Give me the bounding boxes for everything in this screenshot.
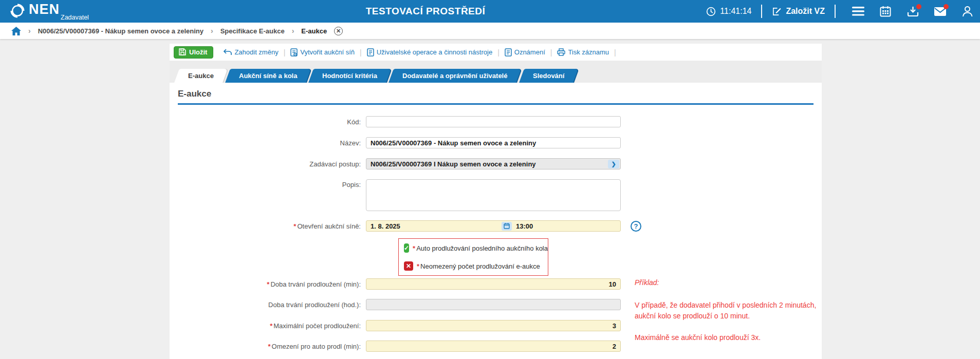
example-note-heading: Příklad: [635, 277, 820, 288]
neomezeny-pocet-label: *Neomezený počet prodlužování e-aukce [417, 262, 540, 270]
auction-open-time[interactable]: 13:00 [516, 222, 533, 230]
print-record-button[interactable]: Tisk záznamu [557, 48, 609, 56]
breadcrumb-item-current: E-aukce [301, 27, 327, 35]
nazev-input[interactable] [366, 137, 621, 148]
doba-min-input[interactable] [366, 278, 621, 290]
breadcrumb-separator: › [28, 27, 31, 35]
header-divider [835, 5, 836, 18]
date-picker-button[interactable] [502, 222, 512, 231]
breadcrumb-separator: › [292, 27, 294, 35]
popis-textarea[interactable] [366, 179, 621, 211]
form-row-otevreni: *Otevření aukční síně: 1. 8. 2025 13:00 … [170, 220, 632, 232]
zadavaci-postup-field: N006/25/V00007369 I Nákup semen ovoce a … [366, 158, 621, 169]
create-vz-label: Založit VZ [786, 7, 825, 16]
user-operations-button[interactable]: Uživatelské operace a činnosti nástroje [367, 48, 492, 56]
calendar-icon [880, 6, 891, 17]
close-record-icon[interactable]: ✕ [334, 27, 343, 35]
undo-icon [224, 49, 232, 55]
tab-sledovani[interactable]: Sledování [519, 69, 578, 83]
popis-label: Popis: [170, 179, 366, 188]
form-row-max-pocet: *Maximální počet prodloužení: [170, 320, 632, 331]
checkbox-unchecked-icon[interactable]: ✕ [404, 261, 413, 271]
form-row-nazev: Název: [170, 137, 632, 148]
form-row-popis: Popis: [170, 179, 632, 213]
checkbox-checked-icon[interactable]: ✓ [404, 243, 409, 253]
calendar-button[interactable] [878, 4, 893, 19]
tab-aukcni-sine-a-kola[interactable]: Aukční síně a kola [225, 69, 311, 83]
messages-button[interactable] [932, 4, 948, 19]
help-icon[interactable]: ? [631, 221, 641, 232]
edit-icon [772, 7, 782, 16]
kod-input[interactable] [366, 116, 621, 127]
zadavaci-postup-value: N006/25/V00007369 I Nákup semen ovoce a … [371, 160, 608, 168]
user-icon [962, 6, 973, 17]
chevron-right-icon: ❯ [611, 161, 616, 167]
downloads-badge [916, 4, 921, 9]
save-icon [179, 48, 186, 55]
downloads-button[interactable] [905, 4, 920, 19]
hamburger-icon [852, 7, 864, 16]
auction-open-date[interactable]: 1. 8. 2025 [371, 222, 502, 230]
auction-open-field: 1. 8. 2025 13:00 [366, 220, 621, 232]
record-toolbar: Uložit Zahodit změny | Vytvořit aukční s… [170, 44, 822, 61]
zadavaci-postup-label: Zadávací postup: [170, 160, 366, 168]
create-auction-hall-button[interactable]: Vytvořit aukční síň [290, 48, 355, 56]
form-row-zadavaci-postup: Zadávací postup: N006/25/V00007369 I Nák… [170, 158, 632, 169]
auto-prodluzovani-label: *Auto prodlužování posledního aukčního k… [413, 244, 548, 252]
notifications-button[interactable]: Oznámení [505, 48, 545, 56]
server-time: 11:41:14 [706, 7, 751, 16]
example-note-line1: V případě, že dodavatel přihodí v posled… [635, 300, 820, 321]
example-note-line2: Maximálně se aukční kolo prodlouží 3x. [635, 332, 820, 343]
breadcrumb-item-specification[interactable]: Specifikace E-aukce [220, 27, 285, 35]
max-pocet-label: *Maximální počet prodloužení: [170, 322, 366, 330]
breadcrumb-separator: › [211, 27, 213, 35]
environment-title: TESTOVACÍ PROSTŘEDÍ [366, 0, 486, 23]
brand-name: NEN [29, 2, 60, 17]
tab-e-aukce[interactable]: E-aukce [174, 69, 228, 83]
section-title: E-aukce [178, 89, 211, 99]
save-button[interactable]: Uložit [174, 46, 213, 59]
otevreni-label: *Otevření aukční síně: [170, 222, 366, 230]
home-icon[interactable] [11, 27, 21, 35]
doba-min-label: *Doba trvání prodloužení (min): [170, 280, 366, 288]
max-pocet-input[interactable] [366, 320, 621, 331]
form-row-doba-hod: Doba trvání prodloužení (hod.): [170, 299, 632, 310]
document-icon [505, 48, 512, 56]
omezeni-input[interactable] [366, 341, 621, 352]
nazev-label: Název: [170, 139, 366, 147]
discard-changes-button[interactable]: Zahodit změny [224, 48, 278, 56]
auto-extension-group: ✓ *Auto prodlužování posledního aukčního… [398, 238, 548, 276]
menu-button[interactable] [850, 4, 866, 19]
server-time-value: 11:41:14 [720, 7, 751, 16]
record-panel: Uložit Zahodit změny | Vytvořit aukční s… [170, 44, 822, 359]
clock-icon [706, 7, 716, 16]
checkbox-row-auto-prodluzovani: ✓ *Auto prodlužování posledního aukčního… [404, 243, 543, 253]
kod-label: Kód: [170, 118, 366, 126]
app-header: NEN Zadavatel TESTOVACÍ PROSTŘEDÍ 11:41:… [0, 0, 980, 23]
document-icon [367, 48, 374, 56]
tab-hodnotici-kriteria[interactable]: Hodnotící kritéria [308, 69, 391, 83]
nen-swirl-icon [9, 3, 26, 19]
user-profile-button[interactable] [959, 4, 975, 19]
open-reference-button[interactable]: ❯ [608, 160, 619, 168]
form-row-kod: Kód: [170, 116, 632, 127]
doba-hod-label: Doba trvání prodloužení (hod.): [170, 301, 366, 309]
header-divider [761, 5, 762, 18]
tab-dodavatele-a-opravneni-uzivatele[interactable]: Dodavatelé a oprávnění uživatelé [389, 69, 521, 83]
create-vz-button[interactable]: Založit VZ [772, 7, 825, 16]
tab-strip: E-aukce Aukční síně a kola Hodnotící kri… [170, 61, 822, 83]
toolbar-separator: | [284, 48, 286, 56]
calendar-small-icon [504, 223, 510, 229]
nen-logo[interactable]: NEN Zadavatel [9, 2, 60, 19]
brand-role: Zadavatel [61, 14, 89, 21]
toolbar-separator: | [497, 48, 500, 56]
toolbar-separator: | [360, 48, 362, 56]
save-label: Uložit [189, 48, 207, 56]
printer-icon [557, 48, 565, 56]
doba-hod-input [366, 299, 621, 310]
toolbar-separator: | [614, 48, 616, 56]
toolbar-separator: | [550, 48, 552, 56]
form-row-omezeni: *Omezení pro auto prodl (min): [170, 341, 632, 352]
section-underline [178, 103, 813, 105]
breadcrumb-item-procedure[interactable]: N006/25/V00007369 - Nákup semen ovoce a … [38, 27, 204, 35]
